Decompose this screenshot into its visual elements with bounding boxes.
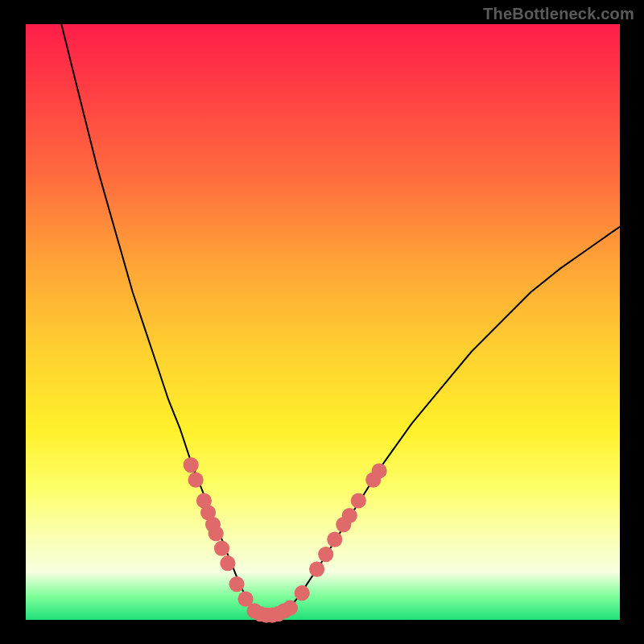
marker-dot	[184, 457, 199, 473]
marker-dot	[214, 541, 229, 556]
curve-markers	[184, 457, 387, 623]
marker-dot	[208, 526, 224, 541]
plot-area	[26, 24, 620, 620]
marker-dot	[220, 555, 235, 571]
chart-svg	[26, 24, 620, 620]
marker-dot	[327, 532, 342, 547]
marker-dot	[342, 508, 357, 523]
marker-dot	[351, 493, 366, 508]
marker-dot	[283, 601, 298, 616]
marker-dot	[318, 547, 333, 562]
chart-frame: TheBottleneck.com	[0, 0, 644, 644]
marker-dot	[295, 585, 310, 601]
watermark-text: TheBottleneck.com	[483, 5, 634, 23]
marker-dot	[188, 473, 204, 488]
marker-dot	[372, 463, 387, 478]
marker-dot	[229, 576, 244, 592]
marker-dot	[309, 562, 324, 577]
